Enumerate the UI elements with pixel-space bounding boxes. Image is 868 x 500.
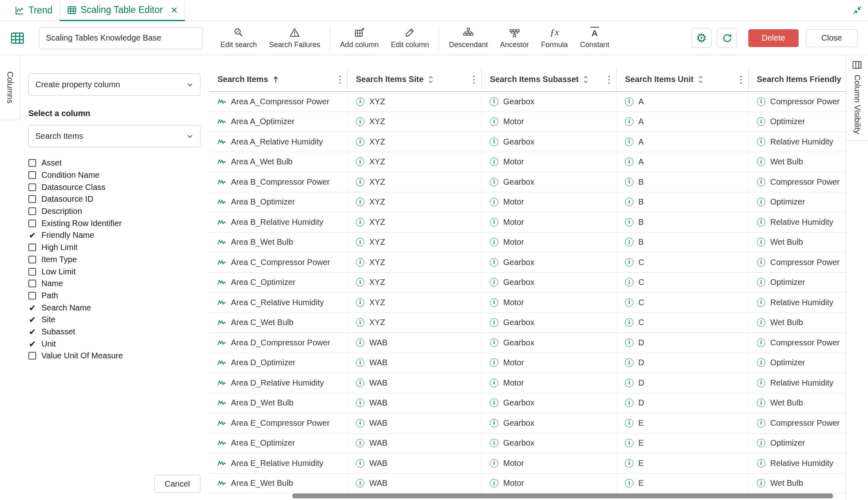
info-icon[interactable] bbox=[757, 338, 765, 347]
column-menu-icon[interactable] bbox=[335, 74, 345, 85]
info-icon[interactable] bbox=[625, 479, 633, 487]
info-icon[interactable] bbox=[757, 419, 765, 427]
info-icon[interactable] bbox=[490, 459, 498, 468]
knowledge-base-input[interactable] bbox=[39, 27, 203, 49]
info-icon[interactable] bbox=[356, 439, 364, 447]
info-icon[interactable] bbox=[356, 117, 364, 126]
info-icon[interactable] bbox=[356, 178, 364, 186]
column-header-search-items[interactable]: Search Items bbox=[209, 67, 348, 91]
ancestor-button[interactable]: Ancestor bbox=[494, 24, 535, 52]
info-icon[interactable] bbox=[625, 138, 633, 146]
table-row[interactable]: Area B_Relative Humidity XYZ Motor B Rel… bbox=[209, 212, 846, 233]
tab-scaling-table-editor[interactable]: Scaling Table Editor bbox=[60, 0, 185, 21]
table-row[interactable]: Area D_Wet Bulb WAB Gearbox D Wet Bulb bbox=[209, 393, 846, 414]
checkbox[interactable] bbox=[28, 280, 36, 287]
info-icon[interactable] bbox=[625, 218, 633, 226]
column-checkbox-row[interactable]: Site bbox=[28, 314, 200, 326]
checkbox[interactable] bbox=[28, 195, 36, 203]
table-row[interactable]: Area B_Optimizer XYZ Motor B Optimizer bbox=[209, 192, 846, 213]
column-checkbox-row[interactable]: High Limit bbox=[28, 241, 200, 254]
info-icon[interactable] bbox=[757, 278, 765, 287]
descendant-button[interactable]: Descendant bbox=[443, 24, 494, 52]
info-icon[interactable] bbox=[490, 318, 498, 327]
info-icon[interactable] bbox=[356, 258, 364, 267]
column-menu-icon[interactable] bbox=[469, 74, 479, 85]
column-checkbox-row[interactable]: Value Unit Of Measure bbox=[28, 350, 200, 362]
info-icon[interactable] bbox=[356, 97, 364, 106]
sort-ascending-icon[interactable] bbox=[273, 75, 279, 83]
info-icon[interactable] bbox=[356, 459, 364, 468]
info-icon[interactable] bbox=[490, 178, 498, 186]
info-icon[interactable] bbox=[625, 379, 633, 387]
info-icon[interactable] bbox=[356, 278, 364, 287]
checkbox[interactable] bbox=[28, 328, 36, 336]
column-checkbox-row[interactable]: Search Name bbox=[28, 302, 200, 314]
table-row[interactable]: Area D_Relative Humidity WAB Motor D Rel… bbox=[209, 373, 846, 393]
info-icon[interactable] bbox=[356, 238, 364, 246]
column-header-subasset[interactable]: Search Items Subasset bbox=[482, 67, 617, 91]
info-icon[interactable] bbox=[757, 479, 765, 487]
constant-button[interactable]: Constant bbox=[574, 24, 615, 52]
cancel-button[interactable]: Cancel bbox=[154, 475, 200, 493]
column-checkbox-row[interactable]: Path bbox=[28, 290, 200, 302]
info-icon[interactable] bbox=[490, 298, 498, 307]
checkbox[interactable] bbox=[28, 171, 36, 179]
sort-toggle-icon[interactable] bbox=[583, 75, 588, 84]
info-icon[interactable] bbox=[625, 157, 633, 166]
info-icon[interactable] bbox=[757, 198, 765, 206]
search-failures-button[interactable]: Search Failures bbox=[263, 24, 326, 52]
table-row[interactable]: Area C_Relative Humidity XYZ Motor C Rel… bbox=[209, 293, 846, 313]
table-row[interactable]: Area E_Compressor Power WAB Gearbox E Co… bbox=[209, 413, 846, 433]
info-icon[interactable] bbox=[490, 419, 498, 427]
column-header-site[interactable]: Search Items Site bbox=[348, 67, 482, 91]
info-icon[interactable] bbox=[757, 138, 765, 146]
checkbox[interactable] bbox=[28, 268, 36, 276]
info-icon[interactable] bbox=[757, 399, 765, 407]
close-button[interactable]: Close bbox=[806, 29, 857, 47]
column-header-unit[interactable]: Search Items Unit bbox=[617, 67, 749, 91]
sort-toggle-icon[interactable] bbox=[428, 75, 433, 84]
info-icon[interactable] bbox=[490, 117, 498, 126]
info-icon[interactable] bbox=[490, 439, 498, 447]
info-icon[interactable] bbox=[356, 419, 364, 427]
info-icon[interactable] bbox=[356, 218, 364, 226]
column-checkbox-row[interactable]: Unit bbox=[28, 338, 200, 350]
checkbox[interactable] bbox=[28, 220, 36, 227]
info-icon[interactable] bbox=[625, 198, 633, 206]
info-icon[interactable] bbox=[757, 218, 765, 226]
tab-close-icon[interactable] bbox=[171, 4, 177, 16]
table-row[interactable]: Area A_Relative Humidity XYZ Gearbox A R… bbox=[209, 132, 846, 152]
table-row[interactable]: Area E_Wet Bulb WAB Motor E Wet Bulb bbox=[209, 474, 846, 494]
column-checkbox-row[interactable]: Low Limit bbox=[28, 265, 200, 278]
table-row[interactable]: Area C_Compressor Power XYZ Gearbox C Co… bbox=[209, 252, 846, 273]
info-icon[interactable] bbox=[757, 157, 765, 166]
info-icon[interactable] bbox=[490, 157, 498, 166]
info-icon[interactable] bbox=[625, 258, 633, 267]
checkbox[interactable] bbox=[28, 256, 36, 263]
edit-search-button[interactable]: Edit search bbox=[214, 24, 263, 52]
info-icon[interactable] bbox=[356, 198, 364, 206]
info-icon[interactable] bbox=[625, 298, 633, 307]
create-property-column-select[interactable]: Create property column bbox=[28, 73, 200, 96]
column-checkbox-row[interactable]: Datasource Class bbox=[28, 181, 200, 193]
checkbox[interactable] bbox=[28, 207, 36, 215]
info-icon[interactable] bbox=[625, 318, 633, 327]
checkbox[interactable] bbox=[28, 244, 36, 251]
column-checkbox-row[interactable]: Subasset bbox=[28, 326, 200, 338]
checkbox[interactable] bbox=[28, 292, 36, 300]
info-icon[interactable] bbox=[356, 138, 364, 146]
delete-button[interactable]: Delete bbox=[748, 29, 799, 47]
info-icon[interactable] bbox=[356, 399, 364, 407]
info-icon[interactable] bbox=[625, 238, 633, 246]
info-icon[interactable] bbox=[625, 439, 633, 447]
info-icon[interactable] bbox=[757, 238, 765, 246]
info-icon[interactable] bbox=[625, 459, 633, 468]
info-icon[interactable] bbox=[625, 97, 633, 106]
info-icon[interactable] bbox=[625, 278, 633, 287]
info-icon[interactable] bbox=[757, 379, 765, 387]
info-icon[interactable] bbox=[757, 358, 765, 367]
info-icon[interactable] bbox=[757, 298, 765, 307]
checkbox[interactable] bbox=[28, 183, 36, 191]
info-icon[interactable] bbox=[490, 258, 498, 267]
info-icon[interactable] bbox=[356, 358, 364, 367]
